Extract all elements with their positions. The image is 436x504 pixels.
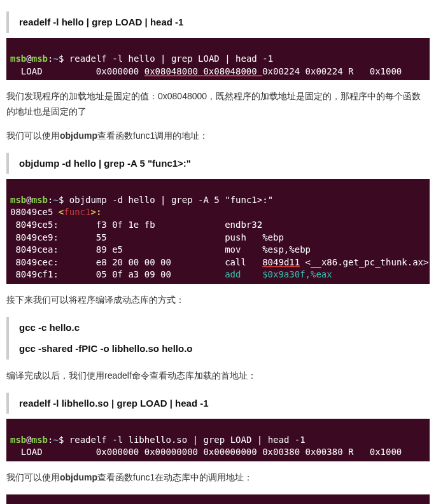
command-quote-2: objdump -d hello | grep -A 5 "func1>:" [6,153,430,174]
term-line: msb@msb:~$ readelf -l hello | grep LOAD … [10,53,273,64]
cmd-text: gcc -shared -fPIC -o libhello.so hello.o [19,340,430,357]
term-line: msb@msb:~$ objdump -d hello | grep -A 5 … [10,195,273,205]
term-line: 8049cec: e8 20 00 00 00 call 8049d11 <__… [10,257,428,267]
paragraph-2: 我们可以使用objdump查看函数func1调用的地址： [6,129,430,144]
command-quote-3: gcc -c hello.c gcc -shared -fPIC -o libh… [6,317,430,360]
paragraph-3: 接下来我们可以将程序编译成动态库的方式： [6,293,430,308]
term-line: LOAD 0x000000 0x00000000 0x00000000 0x00… [10,447,402,457]
paragraph-5: 我们可以使用objdump查看函数func1在动态库中的调用地址： [6,470,430,486]
command-quote-4: readelf -l libhello.so | grep LOAD | hea… [6,393,430,414]
term-line: 08049ce5 <func1>: [10,207,101,217]
paragraph-1: 我们发现程序的加载地址是固定的值：0x08048000，既然程序的加载地址是固定… [6,89,430,120]
terminal-block-1: msb@msb:~$ readelf -l hello | grep LOAD … [6,38,430,81]
cmd-text: objdump -d hello | grep -A 5 "func1>:" [19,158,191,169]
command-quote-1: readelf -l hello | grep LOAD | head -1 [6,11,430,33]
term-line: 8049ce9: 55 push %ebp [10,232,284,242]
term-line: LOAD 0x000000 0x08048000 0x08048000 0x00… [10,66,402,76]
terminal-block-3: msb@msb:~$ readelf -l libhello.so | grep… [6,419,430,461]
term-line: msb@msb:~$ readelf -l libhello.so | grep… [10,435,306,445]
term-line: 8049cea: 89 e5 mov %esp,%ebp [10,244,311,255]
term-line: 8049cf1: 05 0f a3 09 00 add $0x9a30f,%ea… [10,269,332,279]
terminal-block-4: msb@msb:~$ objdump -d libhello.so | grep… [6,494,430,504]
cmd-text: readelf -l libhello.so | grep LOAD | hea… [19,398,209,409]
terminal-block-2: msb@msb:~$ objdump -d hello | grep -A 5 … [6,179,430,284]
cmd-text: gcc -c hello.c [19,319,430,336]
term-line: 8049ce5: f3 0f 1e fb endbr32 [10,220,268,230]
paragraph-4: 编译完成以后，我们使用readelf命令查看动态库加载的首地址： [6,368,430,384]
cmd-text: readelf -l hello | grep LOAD | head -1 [19,17,183,27]
